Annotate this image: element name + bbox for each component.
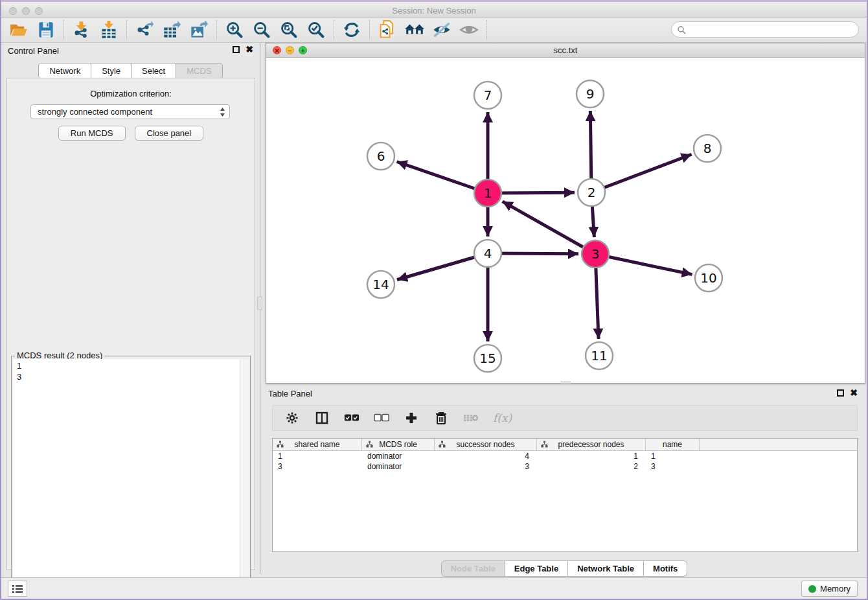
save-icon xyxy=(38,21,54,38)
table-row[interactable]: 1dominator411 xyxy=(273,451,857,461)
table-cell[interactable]: 3 xyxy=(273,461,362,472)
column-type-icon xyxy=(277,441,284,448)
graph-node-1[interactable]: 1 xyxy=(474,179,501,207)
tab-mcds[interactable]: MCDS xyxy=(176,63,222,79)
function-builder-button[interactable]: f(x) xyxy=(493,410,512,426)
column-header-name[interactable]: name xyxy=(646,439,700,450)
memory-button[interactable]: Memory xyxy=(801,581,858,597)
column-header-MCDS-role[interactable]: MCDS role xyxy=(362,439,435,450)
edge-2-8[interactable] xyxy=(591,154,692,192)
svg-text:2: 2 xyxy=(588,185,596,200)
import-network-button[interactable] xyxy=(71,20,92,40)
tab-style[interactable]: Style xyxy=(91,63,131,79)
home-views-button[interactable] xyxy=(404,20,425,40)
table-cell[interactable]: 4 xyxy=(435,451,537,461)
graph-node-11[interactable]: 11 xyxy=(586,342,613,369)
graph-node-15[interactable]: 15 xyxy=(474,345,501,372)
graph-node-4[interactable]: 4 xyxy=(474,240,501,267)
show-graphics-details-button[interactable] xyxy=(459,20,479,40)
tab-select[interactable]: Select xyxy=(131,63,176,79)
mcds-result-group: MCDS result (2 nodes) 13 xyxy=(11,356,251,600)
column-type-icon xyxy=(439,441,446,448)
table-close-panel-icon[interactable]: ✖ xyxy=(850,389,858,397)
network-resize-grip[interactable] xyxy=(560,381,571,384)
column-header-label: predecessor nodes xyxy=(558,440,624,449)
table-cell[interactable]: 3 xyxy=(646,461,700,472)
tab-network[interactable]: Network xyxy=(38,63,91,79)
export-network-button[interactable] xyxy=(134,20,155,40)
mcds-panel: Optimization criterion: strongly connect… xyxy=(6,78,255,570)
node-table[interactable]: shared nameMCDS rolesuccessor nodesprede… xyxy=(272,438,858,552)
zoom-fit-icon xyxy=(280,21,298,39)
column-header-successor-nodes[interactable]: successor nodes xyxy=(435,439,537,450)
zoom-in-button[interactable] xyxy=(224,20,245,40)
table-row[interactable]: 3dominator323 xyxy=(273,461,857,472)
column-header-shared-name[interactable]: shared name xyxy=(273,439,362,450)
network-window-titlebar[interactable]: ✕ − + scc.txt xyxy=(266,43,865,58)
close-panel-button[interactable]: Close panel xyxy=(135,126,204,141)
graph-node-8[interactable]: 8 xyxy=(694,135,721,162)
app-titlebar: Session: New Session xyxy=(1,0,867,17)
delete-table-button[interactable] xyxy=(463,410,479,426)
add-column-button[interactable] xyxy=(404,410,419,426)
open-session-button[interactable] xyxy=(8,20,29,40)
float-panel-icon[interactable] xyxy=(233,46,240,53)
zoom-out-button[interactable] xyxy=(251,20,272,40)
table-cell[interactable]: dominator xyxy=(362,451,435,461)
import-table-button[interactable] xyxy=(98,20,119,40)
graph-node-14[interactable]: 14 xyxy=(367,271,394,298)
panel-splitter-handle[interactable] xyxy=(257,297,262,310)
edge-3-1[interactable] xyxy=(503,202,595,254)
control-panel: Control Panel ✖ NetworkStyleSelectMCDS O… xyxy=(1,43,260,574)
refresh-button[interactable] xyxy=(341,20,362,40)
table-cell[interactable]: dominator xyxy=(362,461,435,472)
column-type-icon xyxy=(366,441,373,448)
select-all-button[interactable] xyxy=(344,410,360,426)
export-image-icon xyxy=(190,21,208,39)
table-cell[interactable]: 3 xyxy=(435,461,537,472)
graph-node-10[interactable]: 10 xyxy=(695,264,722,292)
table-float-panel-icon[interactable] xyxy=(837,389,844,397)
run-mcds-button[interactable]: Run MCDS xyxy=(58,126,126,141)
table-toolbar: f(x) xyxy=(272,405,858,431)
table-cell[interactable]: 2 xyxy=(537,461,646,472)
copy-network-view-button[interactable] xyxy=(377,20,398,40)
column-header-predecessor-nodes[interactable]: predecessor nodes xyxy=(537,439,646,450)
tab-edge-table[interactable]: Edge Table xyxy=(505,560,568,577)
table-cell[interactable]: 1 xyxy=(646,451,700,461)
task-history-button[interactable] xyxy=(8,581,27,597)
table-cell[interactable]: 1 xyxy=(537,451,646,461)
result-scrollbar[interactable] xyxy=(240,359,249,600)
search-input[interactable] xyxy=(671,21,859,38)
control-panel-header: Control Panel ✖ xyxy=(1,43,260,60)
column-layout-button[interactable] xyxy=(314,410,330,426)
deselect-all-button[interactable] xyxy=(374,410,389,426)
graph-node-2[interactable]: 2 xyxy=(578,179,605,206)
tab-network-table[interactable]: Network Table xyxy=(568,560,644,577)
criterion-select[interactable]: strongly connected component xyxy=(30,104,230,119)
column-header-label: successor nodes xyxy=(456,440,514,449)
zoom-fit-button[interactable] xyxy=(279,20,299,40)
graph-node-7[interactable]: 7 xyxy=(474,82,501,109)
edge-3-10[interactable] xyxy=(595,254,692,275)
zoom-in-icon xyxy=(225,21,244,39)
export-table-button[interactable] xyxy=(161,20,182,40)
graph-node-3[interactable]: 3 xyxy=(582,240,609,268)
zoom-selected-button[interactable] xyxy=(306,20,326,40)
graph-node-9[interactable]: 9 xyxy=(577,80,604,108)
table-tabs: Node TableEdge TableNetwork TableMotifs xyxy=(260,560,868,577)
tab-motifs[interactable]: Motifs xyxy=(644,560,687,577)
edge-1-6[interactable] xyxy=(397,161,488,193)
hide-graphics-details-button[interactable] xyxy=(431,20,452,40)
table-settings-button[interactable] xyxy=(284,410,300,426)
export-network-icon xyxy=(135,21,154,39)
save-session-button[interactable] xyxy=(36,20,56,40)
graph-node-6[interactable]: 6 xyxy=(367,143,394,170)
close-panel-icon[interactable]: ✖ xyxy=(246,46,253,53)
table-cell[interactable]: 1 xyxy=(273,451,362,461)
export-image-button[interactable] xyxy=(188,20,209,40)
delete-column-button[interactable] xyxy=(433,410,449,426)
network-graph-canvas[interactable]: 7968124314101511 xyxy=(266,58,865,383)
tab-node-table[interactable]: Node Table xyxy=(441,560,505,577)
column-header-filler xyxy=(700,439,857,450)
